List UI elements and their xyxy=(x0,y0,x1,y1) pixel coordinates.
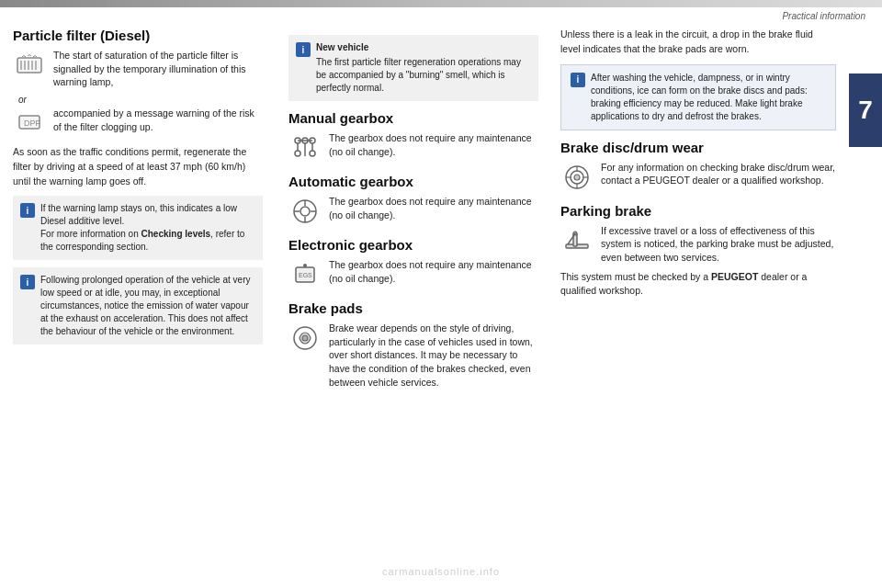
parking-brake-section: Parking brake If excessive travel or a l… xyxy=(560,203,836,300)
checking-levels-bold: Checking levels xyxy=(141,229,211,239)
new-vehicle-title: New vehicle xyxy=(316,41,531,54)
left-column: Particle filter (Diesel) The start o xyxy=(0,20,276,588)
parking-brake-footer: This system must be checked by a PEUGEOT… xyxy=(560,270,836,300)
svg-text:DPF: DPF xyxy=(24,119,41,128)
automatic-gearbox-text: The gearbox does not require any mainten… xyxy=(329,195,538,221)
top-bar xyxy=(0,0,882,7)
particle-filter-text-2: accompanied by a message warning of the … xyxy=(53,107,263,133)
right-column: Unless there is a leak in the circuit, a… xyxy=(551,20,882,588)
parking-brake-icon xyxy=(560,224,594,257)
electronic-gearbox-text: The gearbox does not require any mainten… xyxy=(329,258,538,285)
info-box-water-vapour: i Following prolonged operation of the v… xyxy=(13,267,263,345)
new-vehicle-box: i New vehicle The first particle filter … xyxy=(288,35,538,101)
info-icon-new-vehicle: i xyxy=(296,42,311,57)
electronic-gearbox-title: Electronic gearbox xyxy=(288,237,538,253)
particle-filter-icon-2: DPF xyxy=(13,107,46,140)
washing-note-content: After washing the vehicle, dampness, or … xyxy=(591,72,826,123)
main-content: Particle filter (Diesel) The start o xyxy=(0,20,882,588)
new-vehicle-content: New vehicle The first particle filter re… xyxy=(316,41,531,95)
particle-filter-text-1: The start of saturation of the particle … xyxy=(53,49,263,89)
parking-brake-title: Parking brake xyxy=(560,203,836,219)
particle-filter-body: As soon as the traffic conditions permit… xyxy=(13,145,263,188)
svg-point-25 xyxy=(303,264,307,267)
automatic-gearbox-icon xyxy=(288,195,322,228)
info-icon-2: i xyxy=(20,275,35,289)
svg-point-18 xyxy=(300,207,310,216)
svg-point-30 xyxy=(574,175,580,180)
info-box-2-content: Following prolonged operation of the veh… xyxy=(40,274,255,338)
particle-filter-item-2: DPF accompanied by a message warning of … xyxy=(13,107,263,140)
brake-pads-icon xyxy=(288,322,322,355)
svg-point-11 xyxy=(295,151,300,156)
or-label: or xyxy=(18,95,263,105)
brake-pads-title: Brake pads xyxy=(288,300,538,316)
page-number: 7 xyxy=(858,96,873,125)
electronic-gearbox-section: Electronic gearbox EGS The gearbox does … xyxy=(288,237,538,291)
manual-gearbox-text: The gearbox does not require any mainten… xyxy=(329,131,538,158)
parking-brake-text: If excessive travel or a loss of effecti… xyxy=(601,224,836,265)
manual-gearbox-icon xyxy=(288,131,322,164)
peugeot-bold: PEUGEOT xyxy=(711,271,758,282)
brake-disc-title: Brake disc/drum wear xyxy=(560,140,836,155)
page-number-box: 7 xyxy=(849,74,882,147)
brake-disc-section: Brake disc/drum wear For any information… xyxy=(560,140,836,194)
middle-column: i New vehicle The first particle filter … xyxy=(276,20,551,588)
automatic-gearbox-section: Automatic gearbox The gearbox does not r… xyxy=(288,174,538,228)
washing-note-box: i After washing the vehicle, dampness, o… xyxy=(560,64,836,130)
automatic-gearbox-item: The gearbox does not require any mainten… xyxy=(288,195,538,228)
brake-pads-text: Brake wear depends on the style of drivi… xyxy=(329,322,538,389)
manual-gearbox-item: The gearbox does not require any mainten… xyxy=(288,131,538,164)
brake-disc-text: For any information on checking brake di… xyxy=(601,161,836,187)
manual-gearbox-title: Manual gearbox xyxy=(288,110,538,126)
brake-disc-item: For any information on checking brake di… xyxy=(560,161,836,194)
particle-filter-title: Particle filter (Diesel) xyxy=(13,28,263,43)
brake-pads-section: Brake pads Brake wear depends on the sty… xyxy=(288,300,538,389)
info-box-1-content: If the warning lamp stays on, this indic… xyxy=(40,202,255,254)
automatic-gearbox-title: Automatic gearbox xyxy=(288,174,538,189)
svg-point-27 xyxy=(302,335,308,341)
brake-pads-item: Brake wear depends on the style of drivi… xyxy=(288,322,538,389)
new-vehicle-text: The first particle filter regeneration o… xyxy=(316,57,521,93)
brake-disc-icon xyxy=(560,161,594,194)
svg-point-12 xyxy=(310,151,315,156)
info-box-warning-lamp: i If the warning lamp stays on, this ind… xyxy=(13,196,263,260)
parking-brake-item: If excessive travel or a loss of effecti… xyxy=(560,224,836,265)
electronic-gearbox-icon: EGS xyxy=(288,258,322,291)
leak-note: Unless there is a leak in the circuit, a… xyxy=(560,28,836,57)
electronic-gearbox-item: EGS The gearbox does not require any mai… xyxy=(288,258,538,291)
info-icon-1: i xyxy=(20,203,35,218)
info-icon-washing: i xyxy=(571,73,585,87)
svg-text:EGS: EGS xyxy=(299,272,312,278)
watermark: carmanualsonline.info xyxy=(382,566,500,577)
particle-filter-item-1: The start of saturation of the particle … xyxy=(13,49,263,89)
manual-gearbox-section: Manual gearbox The gearbox d xyxy=(288,110,538,164)
particle-filter-icon-1 xyxy=(13,49,46,82)
